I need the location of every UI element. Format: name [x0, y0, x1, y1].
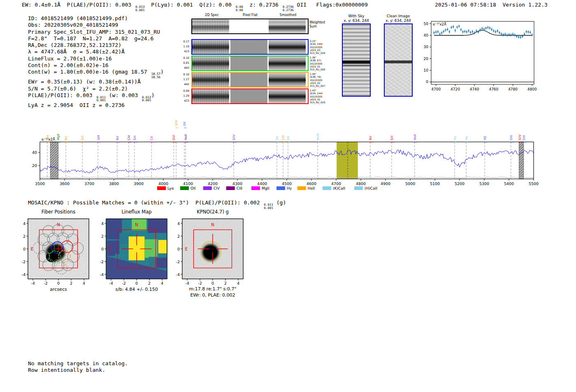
north-label: N [57, 223, 60, 227]
svg-text:4740: 4740 [470, 87, 479, 91]
svg-text:30: 30 [424, 45, 429, 49]
panel-title: KPNO(24.7) g [197, 209, 229, 215]
line-label-brace: { [523, 141, 527, 144]
pixel-flat-image [230, 19, 267, 33]
panel-xlabel: s/b: 4.84 +/- 0.150 [115, 287, 158, 292]
east-label: E [31, 247, 33, 251]
cutout-row-id-labels: 1.40"(638, 76)20220305v020_02315_RU_007 [310, 72, 334, 87]
svg-text:2: 2 [23, 234, 26, 239]
svg-text:20: 20 [32, 163, 37, 168]
line-label: NV [64, 135, 68, 140]
main-spectrum-chart: 3500360037003800390040004100420043004400… [25, 107, 555, 194]
line-label: SiII [390, 136, 394, 140]
panel-title: Fiber Positions [42, 209, 76, 215]
sky-panel-title: With Skyx, y: 634, 244 [344, 14, 369, 23]
svg-text:0: 0 [426, 80, 428, 84]
line-fit-inset-chart: 01020304050470047204740476047804800e⁻¹⁷x… [420, 16, 543, 99]
svg-text:0: 0 [23, 247, 26, 251]
svg-text:4300: 4300 [232, 181, 242, 186]
svg-text:4: 4 [161, 281, 163, 285]
svg-text:-2: -2 [100, 260, 104, 264]
svg-text:4500: 4500 [282, 181, 292, 186]
line-label: OVI [172, 135, 176, 140]
svg-text:4700: 4700 [431, 87, 441, 91]
legend-label: MgII [262, 186, 269, 190]
svg-text:4000: 4000 [158, 181, 168, 186]
line-label-brace: { [454, 141, 458, 144]
legend-label: HeII [308, 186, 315, 190]
svg-text:5400: 5400 [504, 181, 514, 186]
line-label-brace: { [46, 141, 50, 144]
column-header-2d-spec: 2D Spec [205, 13, 218, 17]
svg-text:-4: -4 [31, 281, 35, 285]
spec2d-image [192, 40, 229, 54]
detection-info-block: ID: 4018521499 (4018521499.pdf)Obs: 2022… [28, 15, 164, 109]
line-label: Lyα [46, 135, 49, 140]
line-label-brace: { [81, 141, 85, 144]
east-label: E [185, 247, 188, 251]
svg-text:0: 0 [101, 247, 104, 251]
spec2d-image [192, 19, 229, 33]
pixel-flat-image [230, 73, 267, 87]
smoothed-image [269, 19, 306, 33]
svg-text:3600: 3600 [60, 181, 70, 186]
cutout-row-id-labels: 0.15"(634, 244)20220305v020_03315_RU_026 [310, 39, 334, 54]
info-line: F=2.8" T=0.187 N=1.27 A=0.82 g=24.6 [28, 35, 164, 42]
secondary-band [343, 65, 370, 66]
line-label-brace: { [317, 141, 321, 144]
inset-plot-area: 01020304050470047204740476047804800e⁻¹⁷x… [424, 21, 537, 91]
line-label-brace: { [173, 141, 177, 144]
flux-units-annotation: e⁻¹⁷x2Å [433, 22, 446, 26]
svg-text:4760: 4760 [489, 87, 498, 91]
svg-text:-2: -2 [176, 260, 180, 264]
line-label: CII [150, 136, 153, 140]
column-header-pixel-flat: Pixel Flat [243, 13, 258, 17]
line-label-brace: { [183, 127, 187, 129]
line-label: Hγ [465, 136, 468, 140]
info-line: Cont(n) = 2.00(±0.02)e-16 [28, 62, 164, 69]
sup-sub-value: 0.27360.2736 [283, 5, 294, 12]
sup-sub-value: 0.0110.001 [264, 203, 273, 209]
footer-line-1: No matching targets in catalog. [28, 360, 128, 367]
footer-line-2: Row intentionally blank. [28, 367, 128, 373]
line-label-brace: { [128, 141, 132, 144]
panel-xlabel-2: EWr: 0, PLAE: 0.002 [190, 292, 235, 298]
svg-text:-2: -2 [22, 260, 26, 264]
svg-text:4700: 4700 [331, 181, 341, 186]
kpno-cutout-panel: -4-4-2-2002244KPNO(24.7) gm:17.8 re:1.7"… [174, 208, 250, 306]
legend-swatch [251, 186, 260, 190]
legend-swatch [323, 186, 331, 190]
panel-xlabel: arcsecs [50, 287, 67, 292]
svg-text:0: 0 [57, 281, 60, 285]
line-label: Hβ [483, 136, 487, 140]
legend-swatch [157, 186, 166, 190]
detected-line-highlight-band [337, 142, 358, 179]
with-sky-image [342, 23, 371, 97]
fiber-positions-panel: -4-4-2-2002244Fiber PositionsarcsecsNE [20, 208, 96, 302]
emission-line-gridlines [47, 142, 524, 179]
svg-text:-4: -4 [176, 272, 180, 277]
line-label-brace: { [465, 141, 469, 144]
bright-fiber-band [385, 60, 412, 63]
info-line: LineFlux = 2.70(±1.00)e-16 [28, 56, 164, 62]
svg-text:4900: 4900 [381, 181, 390, 186]
summary-header: EW: 0.4±0.1Å P(LAE)/P(OII): 0.003 0.0130… [22, 2, 368, 12]
timestamp-version: 2025-01-06 07:58:18 Version 1.22.3 [435, 2, 548, 8]
info-line: Obs: 20220305v020_4018521499 [28, 22, 164, 28]
pixel-flat-image [230, 40, 267, 54]
line-label: MgII [56, 134, 60, 140]
svg-text:4800: 4800 [356, 181, 366, 186]
east-label: E [109, 247, 111, 251]
line-label-brace: { [287, 141, 291, 144]
kpno-g-image [182, 219, 243, 279]
sky-panel-title: Clean Imagex, y: 634, 244 [386, 14, 411, 23]
svg-text:4800: 4800 [527, 87, 537, 91]
smoothed-image [269, 40, 306, 54]
legend-label: (H)CaII [365, 186, 377, 190]
svg-text:4720: 4720 [451, 87, 460, 91]
line-label: NeIII [316, 133, 320, 140]
line-label: SiIV [518, 134, 522, 140]
elixer-report-page: { "meta": { "timestamp": "2025-01-06 07:… [0, 0, 576, 392]
cutout-row-left-stats: 0.101.27442 [173, 72, 189, 87]
legend: LyαOIICIVCIIIMgIIHγHeII(K)CaII(H)CaII [157, 186, 377, 190]
